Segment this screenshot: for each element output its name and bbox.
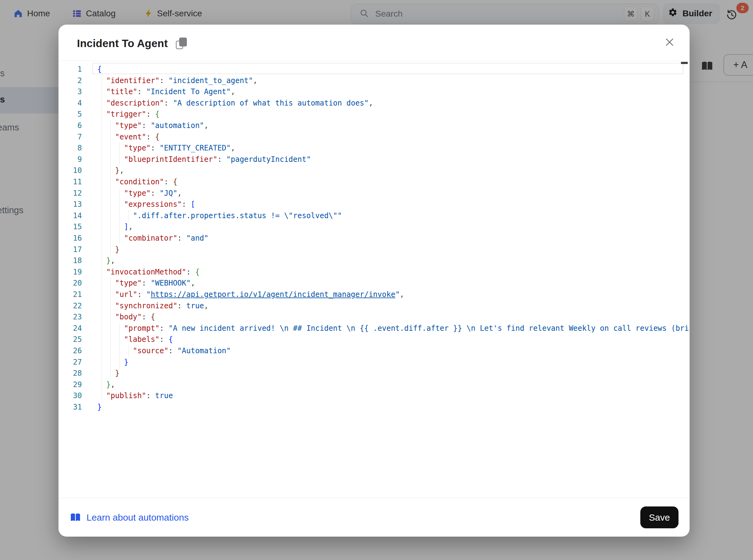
line-number: 21 bbox=[58, 289, 82, 300]
line-number: 23 bbox=[58, 312, 82, 323]
line-number: 12 bbox=[58, 188, 82, 199]
line-number: 11 bbox=[58, 176, 82, 188]
code-line[interactable]: 31} bbox=[58, 402, 690, 413]
line-number: 6 bbox=[58, 120, 82, 132]
line-number: 25 bbox=[58, 334, 82, 345]
line-number: 13 bbox=[58, 199, 82, 210]
code-line[interactable]: 28 } bbox=[58, 368, 690, 379]
code-line[interactable]: 18 }, bbox=[58, 255, 690, 266]
code-line[interactable]: 11 "condition": { bbox=[58, 176, 690, 188]
code-line[interactable]: 2 "identifier": "incident_to_agent", bbox=[58, 75, 690, 86]
code-line[interactable]: 1{ bbox=[58, 64, 690, 75]
line-number: 16 bbox=[58, 233, 82, 244]
code-line[interactable]: 15 ], bbox=[58, 221, 690, 233]
code-line[interactable]: 6 "type": "automation", bbox=[58, 120, 690, 132]
close-icon[interactable] bbox=[664, 36, 675, 48]
line-number: 17 bbox=[58, 244, 82, 255]
line-number: 15 bbox=[58, 221, 82, 233]
code-line[interactable]: 26 "source": "Automation" bbox=[58, 345, 690, 357]
code-line[interactable]: 3 "title": "Incident To Agent", bbox=[58, 86, 690, 98]
code-line[interactable]: 25 "labels": { bbox=[58, 334, 690, 345]
book-icon bbox=[70, 512, 81, 523]
code-line[interactable]: 27 } bbox=[58, 357, 690, 368]
line-number: 8 bbox=[58, 142, 82, 154]
line-number: 10 bbox=[58, 165, 82, 176]
code-line[interactable]: 30 "publish": true bbox=[58, 390, 690, 402]
learn-link-label: Learn about automations bbox=[86, 512, 189, 523]
save-button[interactable]: Save bbox=[640, 506, 678, 528]
code-line[interactable]: 8 "type": "ENTITY_CREATED", bbox=[58, 142, 690, 154]
line-number: 31 bbox=[58, 402, 82, 413]
overview-ruler-cursor bbox=[681, 62, 688, 64]
line-number: 29 bbox=[58, 379, 82, 391]
code-line[interactable]: 10 }, bbox=[58, 165, 690, 176]
page: Home Catalog Self-service ⌘ bbox=[0, 0, 753, 560]
code-line[interactable]: 21 "url": "https://api.getport.io/v1/age… bbox=[58, 289, 690, 300]
line-number: 1 bbox=[58, 64, 82, 75]
line-number: 28 bbox=[58, 368, 82, 379]
automation-dialog: Incident To Agent 1{2 "identifier": "inc… bbox=[58, 25, 690, 537]
line-number: 19 bbox=[58, 266, 82, 278]
code-line[interactable]: 13 "expressions": [ bbox=[58, 199, 690, 210]
line-number: 30 bbox=[58, 390, 82, 402]
code-line[interactable]: 12 "type": "JQ", bbox=[58, 188, 690, 199]
line-number: 20 bbox=[58, 278, 82, 289]
line-number: 3 bbox=[58, 86, 82, 98]
line-number: 9 bbox=[58, 154, 82, 165]
modal-header: Incident To Agent bbox=[77, 36, 187, 51]
json-editor[interactable]: 1{2 "identifier": "incident_to_agent",3 … bbox=[58, 61, 690, 498]
code-line[interactable]: 7 "event": { bbox=[58, 132, 690, 143]
line-number: 26 bbox=[58, 345, 82, 357]
line-number: 7 bbox=[58, 132, 82, 143]
line-number: 22 bbox=[58, 300, 82, 312]
code-line[interactable]: 17 } bbox=[58, 244, 690, 255]
code-line[interactable]: 22 "synchronized": true, bbox=[58, 300, 690, 312]
code-line[interactable]: 19 "invocationMethod": { bbox=[58, 266, 690, 278]
line-number: 2 bbox=[58, 75, 82, 86]
code-line[interactable]: 23 "body": { bbox=[58, 312, 690, 323]
code-line[interactable]: 16 "combinator": "and" bbox=[58, 233, 690, 244]
line-number: 4 bbox=[58, 98, 82, 109]
line-number: 18 bbox=[58, 255, 82, 266]
line-number: 5 bbox=[58, 108, 82, 120]
code-line[interactable]: 4 "description": "A description of what … bbox=[58, 98, 690, 109]
code-line[interactable]: 29 }, bbox=[58, 379, 690, 391]
code-line[interactable]: 5 "trigger": { bbox=[58, 108, 690, 120]
code-line[interactable]: 14 ".diff.after.properties.status != \"r… bbox=[58, 210, 690, 222]
line-number: 27 bbox=[58, 357, 82, 368]
line-number: 24 bbox=[58, 323, 82, 334]
learn-about-automations-link[interactable]: Learn about automations bbox=[70, 512, 189, 523]
code-line[interactable]: 9 "blueprintIdentifier": "pagerdutyIncid… bbox=[58, 154, 690, 165]
modal-footer: Learn about automations Save bbox=[58, 498, 690, 537]
copy-icon[interactable] bbox=[176, 38, 187, 49]
code-line[interactable]: 20 "type": "WEBHOOK", bbox=[58, 278, 690, 289]
code-line[interactable]: 24 "prompt": "A new incident arrived! \n… bbox=[58, 323, 690, 334]
modal-title: Incident To Agent bbox=[77, 37, 168, 49]
line-number: 14 bbox=[58, 210, 82, 222]
